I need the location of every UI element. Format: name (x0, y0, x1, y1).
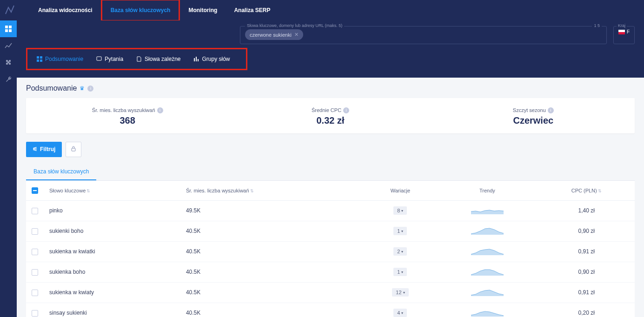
info-icon[interactable]: i (343, 107, 349, 113)
sidebar (0, 20, 17, 317)
variations-dropdown[interactable]: 4 ▾ (393, 309, 407, 317)
chevron-down-icon: ▾ (401, 270, 403, 274)
country-value: F (627, 29, 630, 34)
row-checkbox[interactable] (32, 269, 38, 276)
search-input-wrap[interactable]: Słowa kluczowe, domeny lub adresy URL (m… (240, 26, 607, 44)
checkbox-all[interactable] (32, 187, 38, 194)
cell-keyword: pinko (44, 200, 180, 221)
cell-keyword: sukienka w kwiatki (44, 241, 180, 262)
grid-icon (37, 56, 42, 62)
trend-sparkline (471, 206, 504, 214)
svg-rect-6 (37, 59, 39, 62)
search-chip-text: czerwone sukienki (250, 32, 292, 38)
nav-keywords-db[interactable]: Baza słów kluczowych (101, 0, 180, 21)
cell-keyword: sukienka boho (44, 262, 180, 282)
sidebar-tools[interactable] (0, 71, 17, 87)
col-keyword[interactable]: Słowo kluczowe⇅ (44, 181, 180, 201)
table-row: sinsay sukienki40.5K4 ▾0,20 zł (26, 303, 635, 317)
filter-icon: ⚟ (33, 146, 38, 152)
nav-serp[interactable]: Analiza SERP (226, 0, 279, 20)
cell-keyword: sinsay sukienki (44, 303, 180, 317)
nav-visibility[interactable]: Analiza widoczności (30, 0, 101, 20)
cell-cpc: 0,91 zł (538, 241, 635, 262)
search-limit: 1 5 (592, 23, 602, 28)
crown-icon: ♛ (80, 85, 85, 92)
sort-icon: ⇅ (598, 189, 602, 193)
trend-sparkline (471, 308, 504, 317)
subtab-summary[interactable]: Podsumowanie (30, 53, 90, 65)
lock-icon (71, 146, 76, 152)
stat-season-value: Czerwiec (437, 115, 630, 126)
sort-icon: ⇅ (86, 189, 90, 193)
variations-dropdown[interactable]: 2 ▾ (393, 247, 407, 256)
svg-rect-10 (196, 57, 197, 61)
cell-searches: 40.5K (180, 241, 365, 262)
top-nav: Analiza widoczności Baza słów kluczowych… (0, 0, 644, 20)
col-trends[interactable]: Trendy (436, 181, 538, 201)
trend-sparkline (471, 288, 504, 296)
remove-chip-icon[interactable]: ✕ (294, 32, 299, 38)
info-icon[interactable]: i (548, 107, 554, 113)
variations-dropdown[interactable]: 8 ▾ (393, 206, 407, 215)
sidebar-chart[interactable] (0, 37, 17, 54)
page-title: Podsumowanie ♛ i (26, 84, 635, 92)
search-area: Słowa kluczowe, domeny lub adresy URL (m… (17, 20, 644, 48)
sidebar-puzzle[interactable] (0, 54, 17, 71)
search-chip[interactable]: czerwone sukienki ✕ (245, 29, 303, 40)
lock-button[interactable] (66, 142, 81, 157)
variations-dropdown[interactable]: 12 ▾ (392, 288, 408, 297)
table-row: sukienki boho40.5K1 ▾0,90 zł (26, 221, 635, 241)
svg-rect-0 (5, 26, 8, 28)
variations-dropdown[interactable]: 1 ▾ (393, 268, 407, 276)
filter-button[interactable]: ⚟Filtruj (26, 142, 62, 157)
svg-rect-2 (5, 29, 8, 32)
variations-dropdown[interactable]: 1 ▾ (393, 227, 407, 235)
row-checkbox[interactable] (32, 208, 38, 214)
nav-monitoring[interactable]: Monitoring (180, 0, 226, 20)
chevron-down-icon: ▾ (401, 311, 403, 315)
subtab-questions[interactable]: Pytania (90, 53, 130, 65)
cell-cpc: 1,40 zł (538, 200, 635, 221)
table-row: sukienka boho40.5K1 ▾0,90 zł (26, 262, 635, 282)
table-row: sukienka w kwiatki40.5K2 ▾0,91 zł (26, 241, 635, 262)
col-variations[interactable]: Wariacje (365, 181, 437, 201)
col-cpc[interactable]: CPC (PLN)⇅ (538, 181, 635, 201)
info-icon[interactable]: i (87, 86, 93, 92)
trend-sparkline (471, 247, 504, 255)
subtabs: Podsumowanie Pytania Słowa zależne Grupy… (26, 48, 247, 70)
cell-cpc: 0,20 zł (538, 303, 635, 317)
keywords-table: Słowo kluczowe⇅ Śr. mies. liczba wyszuki… (26, 181, 635, 317)
subtab-related[interactable]: Słowa zależne (130, 53, 187, 65)
row-checkbox[interactable] (32, 228, 38, 235)
logo (5, 5, 16, 16)
svg-rect-5 (40, 56, 42, 59)
col-searches[interactable]: Śr. mies. liczba wyszukiwań⇅ (180, 181, 365, 201)
svg-rect-9 (194, 58, 195, 61)
trend-sparkline (471, 226, 504, 235)
question-icon (96, 56, 102, 62)
cell-searches: 40.5K (180, 221, 365, 241)
sort-icon: ⇅ (250, 189, 254, 193)
cell-searches: 49.5K (180, 200, 365, 221)
row-checkbox[interactable] (32, 310, 38, 317)
stats-row: Śr. mies. liczba wyszukiwań i 368 Średni… (26, 98, 635, 133)
chevron-down-icon: ▾ (401, 250, 403, 254)
stat-searches: Śr. mies. liczba wyszukiwań i 368 (26, 98, 229, 133)
cell-keyword: sukienki boho (44, 221, 180, 241)
table-row: sukienka w kwiaty40.5K12 ▾0,91 zł (26, 282, 635, 303)
search-legend: Słowa kluczowe, domeny lub adresy URL (m… (245, 23, 344, 28)
subtab-groups[interactable]: Grupy słów (187, 53, 236, 65)
stat-searches-value: 368 (31, 115, 224, 126)
trend-sparkline (471, 267, 504, 276)
table-row: pinko49.5K8 ▾1,40 zł (26, 200, 635, 221)
country-select[interactable]: Kraj F (613, 26, 635, 44)
cell-searches: 40.5K (180, 303, 365, 317)
sidebar-dashboard[interactable] (0, 20, 17, 37)
svg-rect-8 (97, 57, 101, 60)
row-checkbox[interactable] (32, 290, 38, 296)
row-checkbox[interactable] (32, 249, 38, 255)
table-tab-keywords[interactable]: Baza słów kluczowych (26, 164, 96, 180)
info-icon[interactable]: i (157, 107, 163, 113)
cell-cpc: 0,90 zł (538, 221, 635, 241)
cell-keyword: sukienka w kwiaty (44, 282, 180, 303)
